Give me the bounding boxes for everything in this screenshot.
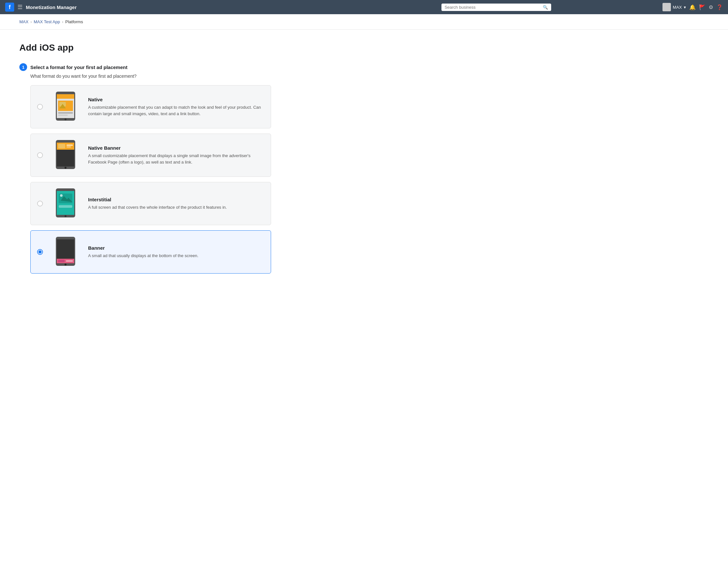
step-label: Select a format for your first ad placem… [30, 65, 127, 70]
search-icon: 🔍 [543, 5, 548, 10]
interstitial-text: Interstitial A full screen ad that cover… [88, 197, 264, 211]
svg-point-8 [65, 118, 67, 120]
radio-native-banner[interactable] [37, 152, 43, 158]
svg-rect-7 [58, 115, 68, 116]
gear-icon[interactable]: ⚙ [709, 4, 713, 10]
search-input[interactable] [445, 5, 541, 10]
banner-desc: A small ad that usually displays at the … [88, 253, 264, 259]
native-text: Native A customizable placement that you… [88, 97, 264, 117]
option-interstitial[interactable]: Interstitial A full screen ad that cover… [30, 182, 271, 225]
question-icon[interactable]: ❓ [716, 4, 723, 10]
options-list: Native A customizable placement that you… [30, 85, 271, 273]
flag-icon[interactable]: 🚩 [699, 4, 705, 10]
interstitial-desc: A full screen ad that covers the whole i… [88, 204, 264, 211]
svg-point-20 [60, 194, 63, 197]
option-native[interactable]: Native A customizable placement that you… [30, 85, 271, 128]
chevron-down-icon: ▾ [684, 5, 686, 10]
step-number: 1 [19, 63, 27, 71]
native-banner-title: Native Banner [88, 145, 264, 151]
native-illustration [49, 91, 82, 123]
radio-native[interactable] [37, 104, 43, 110]
page-title: Add iOS app [19, 42, 271, 53]
breadcrumb: MAX › MAX Test App › Platforms [0, 14, 728, 30]
svg-rect-12 [58, 144, 65, 148]
svg-rect-13 [67, 144, 73, 146]
user-name: MAX [673, 5, 682, 10]
breadcrumb-platforms: Platforms [65, 19, 83, 24]
navbar: f ☰ Monetization Manager 🔍 MAX ▾ 🔔 🚩 ⚙ ❓ [0, 0, 728, 14]
option-banner[interactable]: Banner A small ad that usually displays … [30, 230, 271, 273]
native-banner-text: Native Banner A small customizable place… [88, 145, 264, 165]
hamburger-menu-icon[interactable]: ☰ [17, 4, 23, 11]
facebook-logo-icon: f [5, 3, 14, 12]
svg-rect-21 [59, 205, 72, 208]
interstitial-illustration [49, 188, 82, 220]
banner-title: Banner [88, 245, 264, 251]
radio-interstitial[interactable] [37, 201, 43, 207]
step-sublabel: What format do you want for your first a… [30, 74, 271, 79]
banner-illustration [49, 236, 82, 268]
native-desc: A customizable placement that you can ad… [88, 104, 264, 117]
svg-rect-6 [58, 112, 73, 114]
banner-text: Banner A small ad that usually displays … [88, 245, 264, 259]
interstitial-title: Interstitial [88, 197, 264, 202]
user-menu[interactable]: MAX ▾ [662, 3, 686, 11]
breadcrumb-test-app[interactable]: MAX Test App [34, 19, 60, 24]
main-content: Add iOS app 1 Select a format for your f… [0, 30, 290, 287]
step-header: 1 Select a format for your first ad plac… [19, 63, 271, 71]
svg-rect-14 [67, 146, 71, 147]
radio-banner[interactable] [37, 249, 43, 255]
native-title: Native [88, 97, 264, 102]
svg-point-22 [65, 215, 67, 217]
svg-point-28 [65, 263, 67, 265]
svg-rect-27 [66, 260, 73, 262]
svg-rect-2 [57, 94, 74, 99]
svg-rect-26 [58, 260, 65, 262]
breadcrumb-max[interactable]: MAX [19, 19, 28, 24]
search-bar: 🔍 [441, 4, 551, 11]
app-title: Monetization Manager [26, 5, 77, 10]
avatar [662, 3, 671, 11]
native-banner-illustration [49, 139, 82, 171]
svg-point-15 [65, 167, 67, 169]
native-banner-desc: A small customizable placement that disp… [88, 152, 264, 165]
option-native-banner[interactable]: Native Banner A small customizable place… [30, 133, 271, 177]
bell-icon[interactable]: 🔔 [689, 4, 696, 10]
